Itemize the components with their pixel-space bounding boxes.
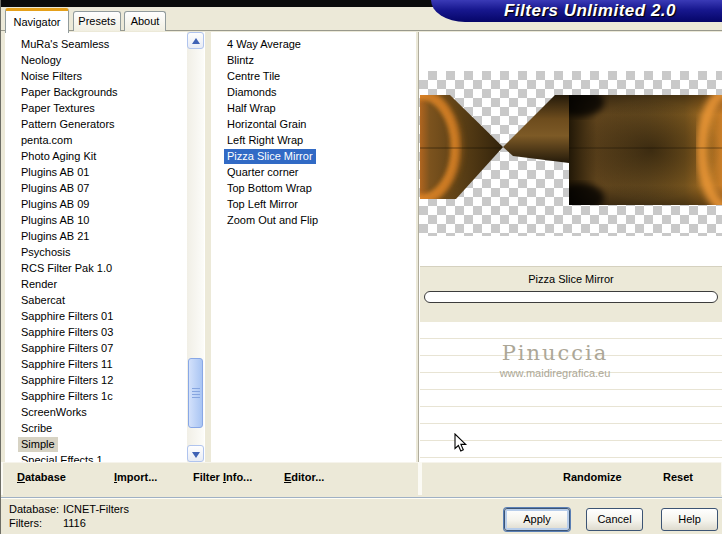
- list-item-plugins-ab-10[interactable]: Plugins AB 10: [18, 213, 93, 228]
- list-item-screenworks[interactable]: ScreenWorks: [18, 405, 90, 420]
- preview-panel: Pizza Slice Mirror Pinuccia www.maidireg…: [418, 32, 722, 462]
- list-item-scribe[interactable]: Scribe: [18, 421, 55, 436]
- list-item-psychosis[interactable]: Psychosis: [18, 245, 74, 260]
- scrollbar-grip-icon: [192, 388, 200, 399]
- list-item-special-effects-1[interactable]: Special Effects 1: [18, 453, 106, 462]
- list-item-pattern-generators[interactable]: Pattern Generators: [18, 117, 118, 132]
- scrollbar-thumb[interactable]: [188, 358, 203, 428]
- list-item-plugins-ab-01[interactable]: Plugins AB 01: [18, 165, 93, 180]
- parameter-slider[interactable]: [424, 291, 718, 303]
- apply-button[interactable]: Apply: [504, 508, 570, 531]
- list-item-quarter-corner[interactable]: Quarter corner: [224, 165, 302, 180]
- list-item-left-right-wrap[interactable]: Left Right Wrap: [224, 133, 306, 148]
- list-item-plugins-ab-07[interactable]: Plugins AB 07: [18, 181, 93, 196]
- cancel-button[interactable]: Cancel: [586, 508, 643, 531]
- list-item-zoom-out-and-flip[interactable]: Zoom Out and Flip: [224, 213, 321, 228]
- watermark-name: Pinuccia: [440, 341, 670, 365]
- list-item-sapphire-filters-01[interactable]: Sapphire Filters 01: [18, 309, 116, 324]
- list-item-paper-textures[interactable]: Paper Textures: [18, 101, 98, 116]
- list-item-4-way-average[interactable]: 4 Way Average: [224, 37, 304, 52]
- scroll-down-button[interactable]: [187, 445, 204, 462]
- preview-image[interactable]: [419, 94, 722, 206]
- list-item-plugins-ab-09[interactable]: Plugins AB 09: [18, 197, 93, 212]
- menu-database[interactable]: Database: [17, 471, 66, 483]
- list-item-sapphire-filters-1c[interactable]: Sapphire Filters 1c: [18, 389, 116, 404]
- list-item-photo-aging-kit[interactable]: Photo Aging Kit: [18, 149, 99, 164]
- list-item-penta-com[interactable]: penta.com: [18, 133, 75, 148]
- list-item-half-wrap[interactable]: Half Wrap: [224, 101, 279, 116]
- filters-count-label: Filters:: [9, 517, 42, 529]
- tab-navigator[interactable]: Navigator: [5, 8, 69, 33]
- tab-about[interactable]: About: [124, 11, 166, 31]
- parameter-title: Pizza Slice Mirror: [420, 273, 722, 285]
- list-item-rcs-filter-pak-1-0[interactable]: RCS Filter Pak 1.0: [18, 261, 115, 276]
- list-item-mura-s-seamless[interactable]: MuRa's Seamless: [18, 37, 112, 52]
- chevron-up-icon: [192, 38, 200, 44]
- category-scrollbar[interactable]: [187, 32, 204, 462]
- menu-filter-info[interactable]: Filter Info...: [193, 471, 252, 483]
- list-item-blintz[interactable]: Blintz: [224, 53, 257, 68]
- list-item-top-bottom-wrap[interactable]: Top Bottom Wrap: [224, 181, 315, 196]
- menu-editor[interactable]: Editor...: [284, 471, 324, 483]
- parameter-box: Pizza Slice Mirror: [420, 266, 722, 322]
- bottom-menu-bar: Database Import... Filter Info... Editor…: [1, 462, 722, 495]
- list-item-top-left-mirror[interactable]: Top Left Mirror: [224, 197, 301, 212]
- list-item-sapphire-filters-03[interactable]: Sapphire Filters 03: [18, 325, 116, 340]
- list-item-pizza-slice-mirror[interactable]: Pizza Slice Mirror: [224, 149, 316, 164]
- chevron-down-icon: [192, 452, 200, 458]
- app-title-banner: Filters Unlimited 2.0: [431, 0, 722, 22]
- help-button[interactable]: Help: [661, 508, 718, 531]
- watermark-url: www.maidiregrafica.eu: [440, 367, 670, 379]
- menu-import[interactable]: Import...: [114, 471, 157, 483]
- list-item-horizontal-grain[interactable]: Horizontal Grain: [224, 117, 309, 132]
- filters-count-value: 1116: [63, 517, 86, 529]
- reset-button[interactable]: Reset: [663, 471, 693, 483]
- database-label: Database:: [9, 503, 59, 515]
- list-item-diamonds[interactable]: Diamonds: [224, 85, 280, 100]
- scroll-up-button[interactable]: [187, 32, 204, 49]
- list-item-noise-filters[interactable]: Noise Filters: [18, 69, 85, 84]
- filter-list[interactable]: 4 Way AverageBlintzCentre TileDiamondsHa…: [211, 32, 416, 462]
- list-item-paper-backgrounds[interactable]: Paper Backgrounds: [18, 85, 121, 100]
- list-item-centre-tile[interactable]: Centre Tile: [224, 69, 283, 84]
- list-item-sapphire-filters-11[interactable]: Sapphire Filters 11: [18, 357, 116, 372]
- list-item-simple[interactable]: Simple: [18, 437, 58, 452]
- tab-presets[interactable]: Presets: [73, 11, 121, 31]
- category-list[interactable]: MuRa's SeamlessNeologyNoise FiltersPaper…: [5, 32, 205, 462]
- list-item-sabercat[interactable]: Sabercat: [18, 293, 68, 308]
- list-item-sapphire-filters-12[interactable]: Sapphire Filters 12: [18, 373, 116, 388]
- list-item-plugins-ab-21[interactable]: Plugins AB 21: [18, 229, 93, 244]
- filters-unlimited-dialog: Navigator Presets About Filters Unlimite…: [0, 0, 722, 534]
- list-item-neology[interactable]: Neology: [18, 53, 64, 68]
- randomize-button[interactable]: Randomize: [563, 471, 622, 483]
- list-item-sapphire-filters-07[interactable]: Sapphire Filters 07: [18, 341, 116, 356]
- list-item-render[interactable]: Render: [18, 277, 60, 292]
- mouse-cursor-icon: [454, 433, 468, 453]
- database-value: ICNET-Filters: [63, 503, 129, 515]
- status-bar: Database: ICNET-Filters Filters: 1116 Ap…: [1, 497, 722, 534]
